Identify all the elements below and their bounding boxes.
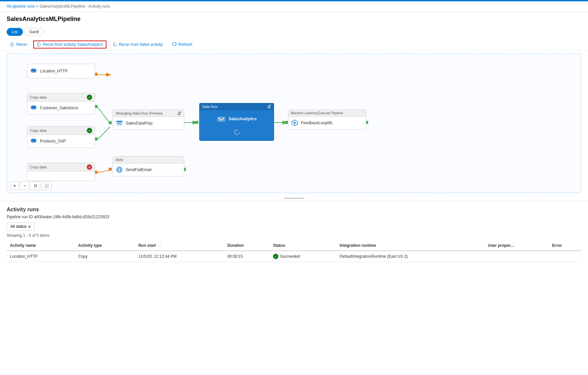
refresh-label: Refresh — [178, 42, 192, 47]
copy-data-bottom-status: ✕ — [87, 164, 92, 170]
sort-icon[interactable]: ↑↓ — [158, 244, 161, 247]
rerun-label: Rerun — [16, 42, 27, 47]
col-status: Status — [270, 240, 336, 251]
external-link-icon-2 — [267, 105, 271, 109]
rerun-from-failed-button[interactable]: Rerun from failed activity — [109, 41, 166, 48]
pipeline-canvas-area: Location_HTTP Copy data ✓ Customer_Sales… — [7, 53, 581, 193]
breadcrumb-link[interactable]: All pipeline runs — [7, 4, 35, 9]
data-flow-icon-1 — [116, 120, 123, 127]
table-header-row: Activity name Activity type Run start ↑↓… — [7, 240, 581, 251]
tab-list[interactable]: List — [7, 28, 23, 36]
filter-label: All status — [10, 224, 27, 229]
sales-analytics-header: Data flow — [202, 105, 218, 109]
activity-runs-table: Activity name Activity type Run start ↑↓… — [7, 240, 581, 262]
node-feedback-loop-ml[interactable]: Machine Learning Execute Pipeline Feedba… — [288, 110, 366, 130]
customer-salesforce-status: ✓ — [87, 95, 92, 100]
row-error — [549, 251, 581, 262]
running-icon — [233, 129, 240, 136]
zoom-in-button[interactable]: + — [10, 181, 19, 190]
tab-gantt[interactable]: Gantt — [24, 28, 44, 36]
rerun-button[interactable]: Rerun — [7, 41, 31, 48]
activity-runs-title: Activity runs — [7, 207, 581, 213]
svg-rect-9 — [195, 121, 198, 124]
row-user-properties — [485, 251, 549, 262]
sales-data-prep-label: SalesDataPrep — [126, 121, 153, 126]
toolbar: Rerun Rerun from activity SalesAnalytics… — [0, 39, 588, 51]
rerun-from-failed-label: Rerun from failed activity — [119, 42, 163, 47]
col-user-properties: User proper... — [485, 240, 549, 251]
page-title: SalesAnalyticsMLPipeline — [7, 16, 581, 23]
svg-point-34 — [294, 122, 296, 124]
db-icon-2 — [30, 138, 37, 145]
refresh-icon — [172, 42, 177, 47]
customer-salesforce-header: Copy data — [30, 95, 47, 99]
all-status-filter[interactable]: All status ∨ — [7, 223, 35, 231]
svg-rect-8 — [109, 168, 112, 171]
node-copy-data-bottom[interactable]: Copy data ✕ — [27, 163, 95, 181]
zoom-select-button[interactable]: ⬜ — [42, 181, 52, 190]
refresh-button[interactable]: Refresh — [169, 41, 196, 48]
products-sap-header: Copy data — [30, 129, 47, 133]
rerun-from-activity-button[interactable]: Rerun from activity SalesAnalytics — [33, 41, 106, 48]
dataflow-icon — [217, 114, 226, 124]
ml-icon — [291, 119, 298, 127]
row-integration-runtime: DefaultIntegrationRuntime (East US 2) — [336, 251, 485, 262]
col-error: Error — [549, 240, 581, 251]
feedback-loop-ml-header: Machine Learning Execute Pipeline — [291, 111, 343, 115]
svg-line-2 — [97, 127, 110, 140]
zoom-fit-button[interactable]: ⊡ — [30, 181, 40, 190]
send-fail-email-header: Web — [116, 158, 123, 162]
showing-text: Showing 1 - 5 of 5 items — [7, 233, 581, 238]
node-customer-salesforce[interactable]: Copy data ✓ Customer_Salesforce — [27, 93, 95, 115]
pipeline-run-id-label: Pipeline run ID — [7, 215, 33, 219]
status-label: Succeeded — [280, 254, 300, 259]
svg-rect-20 — [116, 121, 122, 122]
products-sap-label: Products_SAP — [40, 139, 66, 143]
breadcrumb-current: SalesAnalyticsMLPipeline - Activity runs — [39, 4, 110, 9]
sales-analytics-label: SalesAnalytics — [228, 117, 257, 121]
col-activity-type: Activity type — [75, 240, 135, 251]
http-icon — [30, 67, 37, 75]
col-duration: Duration — [224, 240, 270, 251]
zoom-out-button[interactable]: − — [20, 181, 29, 190]
svg-point-32 — [223, 118, 224, 119]
node-sales-analytics[interactable]: Data flow SalesAnalytics — [199, 103, 274, 141]
col-integration-runtime: Integration runtime — [336, 240, 485, 251]
pipeline-canvas: Location_HTTP Copy data ✓ Customer_Sales… — [7, 54, 581, 193]
svg-line-3 — [97, 170, 110, 173]
node-location-http[interactable]: Location_HTTP — [27, 64, 95, 78]
node-send-fail-email[interactable]: Web SendFailEmail — [113, 156, 184, 176]
svg-rect-10 — [285, 121, 288, 124]
drag-handle[interactable] — [284, 198, 304, 199]
svg-point-30 — [218, 118, 220, 119]
rerun-activity-icon — [37, 42, 41, 47]
status-dot-icon: ✓ — [273, 254, 278, 259]
breadcrumb-separator: > — [35, 4, 40, 9]
pipeline-run-id-val: a600eabe-19fb-4d0b-bd8d-d20b21223923 — [34, 215, 109, 219]
pipeline-run-id-row: Pipeline run ID a600eabe-19fb-4d0b-bd8d-… — [7, 215, 581, 219]
rerun-icon — [10, 42, 15, 47]
svg-line-1 — [97, 107, 110, 124]
col-activity-name: Activity name — [7, 240, 75, 251]
svg-line-38 — [296, 123, 298, 124]
tabs-row: List Gantt — [0, 25, 588, 39]
svg-point-31 — [220, 120, 222, 121]
db-icon-1 — [30, 104, 37, 112]
svg-rect-7 — [109, 121, 112, 124]
row-duration: 00:00:15 — [224, 251, 270, 262]
external-link-icon-1 — [177, 111, 181, 115]
drag-handle-area — [0, 196, 588, 201]
chevron-down-icon: ∨ — [28, 224, 31, 229]
table-row[interactable]: Location_HTTP Copy 11/5/20, 12:12:44 PM … — [7, 251, 581, 262]
web-icon — [116, 166, 123, 173]
status-succeeded-badge: ✓ Succeeded — [273, 254, 333, 259]
node-sales-data-prep[interactable]: Wrangling Data Flow (Preview SalesDataPr… — [113, 110, 184, 130]
rerun-from-activity-label: Rerun from activity SalesAnalytics — [43, 42, 103, 47]
col-run-start: Run start ↑↓ — [135, 240, 224, 251]
page-header: SalesAnalyticsMLPipeline — [0, 12, 588, 25]
products-sap-status: ✓ — [87, 128, 92, 133]
bottom-section: Activity runs Pipeline run ID a600eabe-1… — [0, 201, 588, 267]
node-products-sap[interactable]: Copy data ✓ Products_SAP — [27, 126, 95, 148]
customer-salesforce-label: Customer_Salesforce — [40, 106, 78, 110]
svg-rect-29 — [217, 117, 225, 122]
